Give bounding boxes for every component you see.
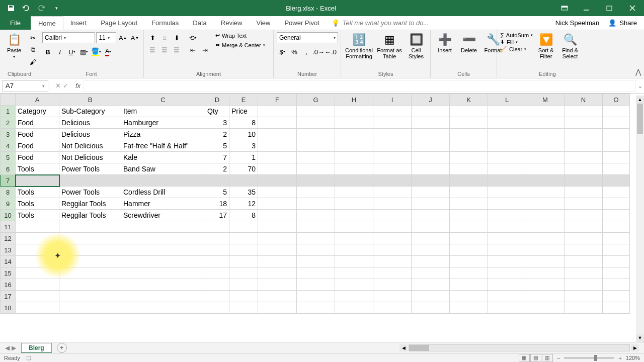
cell[interactable] — [412, 210, 450, 221]
cell[interactable] — [297, 175, 335, 187]
cell[interactable] — [373, 291, 412, 302]
cell[interactable] — [450, 210, 488, 221]
cell[interactable]: 12 — [229, 198, 258, 210]
autosum-button[interactable]: ∑AutoSum▾ — [500, 32, 533, 38]
row-header[interactable]: 7 — [1, 175, 16, 187]
qat-customize-icon[interactable]: ▾ — [49, 2, 63, 15]
cell[interactable] — [335, 291, 373, 302]
cell[interactable] — [258, 256, 297, 267]
scroll-up-icon[interactable]: ▲ — [636, 96, 644, 104]
cell[interactable] — [373, 106, 412, 117]
format-as-table-button[interactable]: ▦Format as Table — [376, 32, 403, 60]
cell[interactable] — [373, 302, 412, 314]
cell[interactable] — [565, 163, 603, 175]
cell[interactable] — [412, 140, 450, 152]
row-header[interactable]: 3 — [1, 129, 16, 140]
cell[interactable] — [603, 198, 630, 210]
cell[interactable] — [16, 175, 59, 187]
cell[interactable] — [297, 106, 335, 117]
font-name-combo[interactable]: Calibri▾ — [42, 32, 95, 43]
cell[interactable] — [488, 198, 526, 210]
cell[interactable]: Price — [229, 106, 258, 117]
cell[interactable] — [603, 187, 630, 198]
cell[interactable] — [565, 210, 603, 221]
cell[interactable]: Tools — [16, 198, 59, 210]
cell[interactable] — [412, 175, 450, 187]
cell[interactable]: 35 — [229, 187, 258, 198]
column-header[interactable]: A — [16, 94, 59, 106]
cell[interactable] — [412, 233, 450, 244]
fill-color-icon[interactable]: 🪣▾ — [91, 46, 102, 57]
underline-icon[interactable]: U▾ — [66, 46, 77, 57]
cell[interactable] — [412, 302, 450, 314]
cell[interactable] — [373, 221, 412, 233]
cell[interactable] — [488, 175, 526, 187]
sheet-nav-prev-icon[interactable]: ◀ — [5, 344, 10, 351]
cell[interactable] — [121, 256, 205, 267]
cell[interactable] — [450, 152, 488, 163]
cell[interactable] — [335, 244, 373, 256]
cell[interactable] — [565, 267, 603, 279]
cell[interactable] — [603, 210, 630, 221]
row-header[interactable]: 15 — [1, 267, 16, 279]
cell[interactable]: Category — [16, 106, 59, 117]
cell[interactable] — [258, 198, 297, 210]
conditional-formatting-button[interactable]: 🔢Conditional Formatting — [344, 32, 374, 60]
cell[interactable] — [335, 152, 373, 163]
cell[interactable] — [373, 140, 412, 152]
cell[interactable] — [258, 233, 297, 244]
cell[interactable]: 2 — [205, 163, 229, 175]
paste-button[interactable]: 📋 Paste ▾ — [3, 32, 25, 60]
cell[interactable] — [258, 175, 297, 187]
cell[interactable] — [258, 279, 297, 291]
cell[interactable] — [16, 221, 59, 233]
close-icon[interactable] — [621, 0, 644, 16]
redo-icon[interactable] — [34, 2, 48, 15]
decrease-indent-icon[interactable]: ⇤ — [187, 44, 198, 55]
sheet-tab[interactable]: Blerg — [21, 343, 52, 353]
cell[interactable] — [488, 210, 526, 221]
increase-indent-icon[interactable]: ⇥ — [199, 44, 210, 55]
cell[interactable] — [565, 129, 603, 140]
column-header[interactable]: K — [450, 94, 488, 106]
cell[interactable] — [335, 106, 373, 117]
cell[interactable] — [297, 233, 335, 244]
cell[interactable] — [373, 198, 412, 210]
cell[interactable] — [229, 233, 258, 244]
row-header[interactable]: 14 — [1, 256, 16, 267]
cell[interactable] — [603, 291, 630, 302]
cell[interactable] — [258, 129, 297, 140]
cell[interactable] — [603, 117, 630, 129]
cell[interactable] — [412, 221, 450, 233]
cell[interactable] — [59, 175, 121, 187]
row-header[interactable]: 1 — [1, 106, 16, 117]
cell[interactable] — [335, 175, 373, 187]
horizontal-scrollbar[interactable]: ◀ ▶ — [399, 344, 644, 351]
cell[interactable] — [205, 267, 229, 279]
cell[interactable]: Sub-Category — [59, 106, 121, 117]
cell[interactable] — [258, 163, 297, 175]
expand-formula-icon[interactable]: ⌄ — [636, 82, 644, 89]
cell[interactable] — [450, 267, 488, 279]
cell[interactable]: Food — [16, 152, 59, 163]
cell[interactable] — [526, 291, 565, 302]
cell[interactable] — [59, 221, 121, 233]
cell[interactable] — [603, 106, 630, 117]
cell[interactable] — [450, 163, 488, 175]
cell[interactable] — [258, 140, 297, 152]
cell[interactable] — [297, 267, 335, 279]
cell[interactable] — [488, 302, 526, 314]
cell[interactable] — [526, 221, 565, 233]
cell[interactable] — [565, 291, 603, 302]
row-header[interactable]: 13 — [1, 244, 16, 256]
cell[interactable] — [603, 256, 630, 267]
cell[interactable] — [373, 279, 412, 291]
cell[interactable] — [526, 210, 565, 221]
cell[interactable]: Cordless Drill — [121, 187, 205, 198]
cell[interactable] — [450, 244, 488, 256]
row-header[interactable]: 10 — [1, 210, 16, 221]
cell[interactable] — [229, 175, 258, 187]
fill-button[interactable]: ⬇Fill▾ — [500, 39, 533, 45]
maximize-icon[interactable] — [598, 0, 621, 16]
cell[interactable] — [526, 163, 565, 175]
